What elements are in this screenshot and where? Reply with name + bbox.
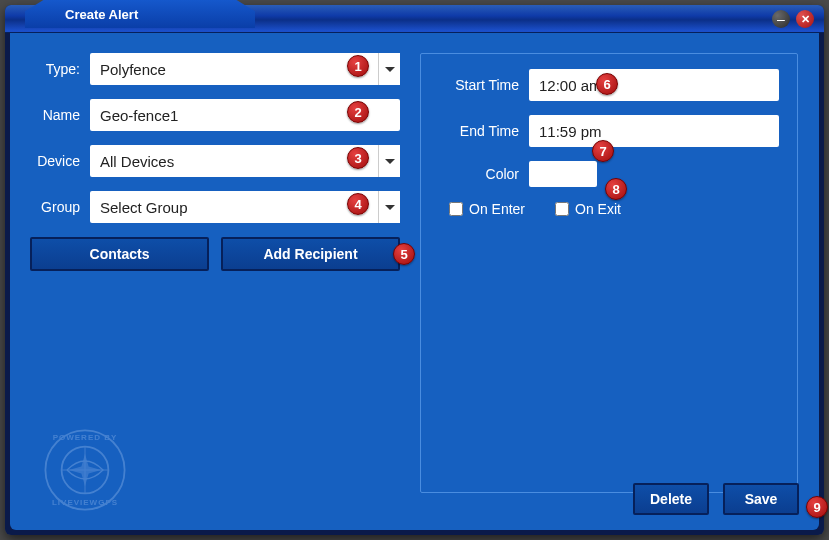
start-time-input[interactable] xyxy=(529,69,779,101)
left-form: Type: Polyfence Name Device All Devices xyxy=(30,53,400,271)
bottom-buttons: Delete Save xyxy=(633,483,799,515)
annotation-badge-9: 9 xyxy=(806,496,828,518)
annotation-badge-1: 1 xyxy=(347,55,369,77)
on-enter-check[interactable]: On Enter xyxy=(449,201,525,217)
right-panel: Start Time End Time Color On Enter On Ex… xyxy=(420,53,798,493)
window-title: Create Alert xyxy=(65,7,138,22)
device-row: Device All Devices xyxy=(30,145,400,177)
left-button-row: Contacts Add Recipient xyxy=(30,237,400,271)
on-exit-label: On Exit xyxy=(575,201,621,217)
name-row: Name xyxy=(30,99,400,131)
on-exit-checkbox[interactable] xyxy=(555,202,569,216)
save-button[interactable]: Save xyxy=(723,483,799,515)
on-exit-check[interactable]: On Exit xyxy=(555,201,621,217)
type-row: Type: Polyfence xyxy=(30,53,400,85)
annotation-badge-2: 2 xyxy=(347,101,369,123)
contacts-button[interactable]: Contacts xyxy=(30,237,209,271)
annotation-badge-3: 3 xyxy=(347,147,369,169)
type-label: Type: xyxy=(30,61,90,77)
minimize-button[interactable]: – xyxy=(772,10,790,28)
delete-button[interactable]: Delete xyxy=(633,483,709,515)
annotation-badge-4: 4 xyxy=(347,193,369,215)
color-input[interactable] xyxy=(529,161,597,187)
logo-bottom-text: LIVEVIEWGPS xyxy=(52,498,118,507)
annotation-badge-6: 6 xyxy=(596,73,618,95)
device-label: Device xyxy=(30,153,90,169)
title-tab: Create Alert xyxy=(25,0,255,28)
powered-by-logo: POWERED BY LIVEVIEWGPS xyxy=(40,425,130,515)
annotation-badge-8: 8 xyxy=(605,178,627,200)
on-enter-label: On Enter xyxy=(469,201,525,217)
close-button[interactable]: ✕ xyxy=(796,10,814,28)
annotation-badge-7: 7 xyxy=(592,140,614,162)
add-recipient-button[interactable]: Add Recipient xyxy=(221,237,400,271)
color-label: Color xyxy=(439,166,529,182)
group-label: Group xyxy=(30,199,90,215)
group-row: Group Select Group xyxy=(30,191,400,223)
name-label: Name xyxy=(30,107,90,123)
logo-top-text: POWERED BY xyxy=(53,433,118,442)
create-alert-window: Create Alert – ✕ Type: Polyfence Name xyxy=(5,5,824,535)
trigger-row: On Enter On Exit xyxy=(439,201,779,217)
on-enter-checkbox[interactable] xyxy=(449,202,463,216)
end-time-input[interactable] xyxy=(529,115,779,147)
svg-marker-2 xyxy=(69,454,101,486)
titlebar: Create Alert – ✕ xyxy=(5,5,824,33)
annotation-badge-5: 5 xyxy=(393,243,415,265)
end-time-label: End Time xyxy=(439,123,529,139)
window-body: Type: Polyfence Name Device All Devices xyxy=(10,33,819,530)
window-buttons: – ✕ xyxy=(772,10,814,28)
start-time-label: Start Time xyxy=(439,77,529,93)
